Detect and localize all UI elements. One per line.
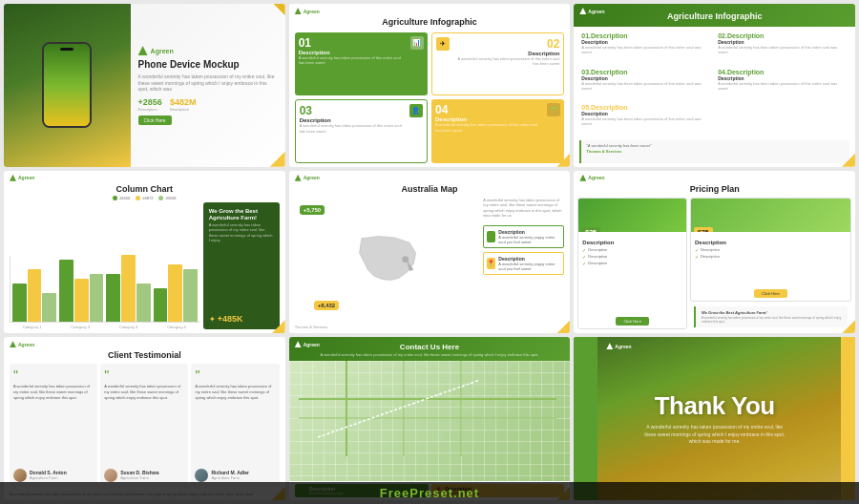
box4-content: 04 Description A wonderful serenity has … xyxy=(435,103,544,132)
slide3-item-2: 02.Description Description A wonderful s… xyxy=(716,31,849,64)
bar-2-3 xyxy=(90,274,104,322)
bar-group-1 xyxy=(12,269,56,322)
quote-mark-1: " xyxy=(13,368,94,382)
price-content-1: Description ✓ Description ✓ Description … xyxy=(578,232,686,315)
item2-num: 02.Description xyxy=(718,32,848,39)
price-feature-1-1: ✓ Description xyxy=(582,247,682,253)
slide3-title: Agriculture Infographic xyxy=(581,11,848,21)
price-img-2: $75 xyxy=(691,199,850,232)
testimonial-card-2: " A wonderful serenity has taken possess… xyxy=(100,364,188,486)
author-info-1: Donald S. Anton Agriculture Farm xyxy=(30,470,67,480)
legend-dot-1 xyxy=(113,196,117,200)
chart-stat: ✦ +485K xyxy=(209,314,274,324)
box3-icon: 👤 xyxy=(409,104,423,117)
map-area: +5,750 +8,432 xyxy=(295,198,480,330)
logo-text: Agreen xyxy=(304,175,320,180)
slide1-desc: A wonderful serenity has taken possessio… xyxy=(138,74,278,93)
item3-num: 03.Description xyxy=(581,69,711,75)
quote-mark-2: " xyxy=(104,368,184,382)
bar-group-3 xyxy=(106,255,150,322)
logo-icon xyxy=(295,175,302,181)
slide-phone-mockup: Agreen Phone Device Mockup A wonderful s… xyxy=(4,4,285,167)
slide6-logo: Agreen xyxy=(579,175,604,181)
bar-group-2 xyxy=(59,260,103,322)
info-box-2: 02 Description A wonderful serenity has … xyxy=(431,32,564,95)
chart-info-title: We Grow the Best Agriculture Farm! xyxy=(209,208,274,223)
slide2-title: Agriculture Infographic xyxy=(293,17,567,27)
price-btn-2[interactable]: Click Here xyxy=(754,289,786,298)
slide5-right-info: A wonderful serenity has taken possessio… xyxy=(483,198,564,330)
slide-client-testimonial: Agreen Client Testimonial " A wonderful … xyxy=(4,337,285,500)
stat1-val: +2856 xyxy=(138,97,162,107)
slide1-title: Phone Device Mockup xyxy=(138,59,278,71)
logo-text: Agreen xyxy=(304,9,320,14)
slide7-logo: Agreen xyxy=(10,341,34,347)
chart-info-box: We Grow the Best Agriculture Farm! A won… xyxy=(203,202,280,330)
bar-1-1 xyxy=(12,284,27,322)
slide5-footer: Thomas & Services xyxy=(295,325,328,329)
info-row-2: 📍 Description A wonderful serenity poppy… xyxy=(483,252,564,275)
author-info-2: Susan D. Bishwa Agriculture Farm xyxy=(120,470,158,480)
slide8-subtitle: A wonderful serenity has taken possessio… xyxy=(297,352,563,357)
feature-text: Description xyxy=(701,247,720,252)
logo-icon xyxy=(10,175,16,181)
testimonial-card-3: " A wonderful serenity has taken possess… xyxy=(191,364,279,486)
slide4-header: Column Chart xyxy=(4,171,285,196)
slide1-logo: Agreen xyxy=(138,46,278,55)
australia-svg xyxy=(344,230,430,297)
info-box-3: 03 Description A wonderful serenity has … xyxy=(295,99,428,162)
legend-label-1: #2456 xyxy=(119,196,130,200)
t-text-3: A wonderful serenity has taken possessio… xyxy=(195,384,275,464)
map-badge-2: +8,432 xyxy=(314,301,340,310)
author-role-1: Agriculture Farm xyxy=(30,475,67,480)
bar-4-2 xyxy=(168,264,182,322)
slide2-header: Agriculture Infographic xyxy=(289,4,571,29)
phone-frame xyxy=(42,42,92,128)
slide1-button[interactable]: Click Here xyxy=(138,116,172,125)
feature-text: Description xyxy=(701,254,720,259)
box2-content: 02 Description A wonderful serenity has … xyxy=(452,37,559,66)
legend-label-2: #4872 xyxy=(142,196,153,200)
quote-text: "A wonderful serenity has been sweet" xyxy=(586,143,845,148)
testimonial-card-1: " A wonderful serenity has taken possess… xyxy=(10,364,97,486)
slide4-chart-area: Category 1 Category 2 Category 3 Categor… xyxy=(4,202,285,334)
price-btn-1[interactable]: Click Here xyxy=(616,317,648,326)
slide3-content: 01.Description Description A wonderful s… xyxy=(574,27,855,167)
check-icon: ✓ xyxy=(695,254,699,260)
slide-infographic-2: Agreen Agriculture Infographic 01.Descri… xyxy=(574,4,855,167)
logo-icon xyxy=(138,46,148,55)
bar-2-1 xyxy=(59,260,73,322)
item4-desc: A wonderful serenity has been taken poss… xyxy=(718,81,848,91)
price-badge-1: $35 xyxy=(581,227,600,232)
watermark-suffix: .net xyxy=(453,486,479,500)
t-author-2: Susan D. Bishwa Agriculture Farm xyxy=(104,469,184,482)
bar-label-2: Category 2 xyxy=(57,325,102,329)
slide3-item-3: 03.Description Description A wonderful s… xyxy=(579,67,713,100)
slide3-quote: "A wonderful serenity has been sweet" Th… xyxy=(579,140,849,163)
map-roads-svg xyxy=(289,361,571,481)
bars-wrap xyxy=(10,256,199,323)
bar-2-2 xyxy=(74,279,89,322)
stat2: $482M Description xyxy=(170,97,197,112)
item5-num: 05.Description xyxy=(581,104,711,111)
bar-4-1 xyxy=(154,288,168,322)
info-box-4: 04 Description A wonderful serenity has … xyxy=(431,99,564,162)
thank-you-title: Thank You xyxy=(655,391,775,421)
price-content-2: Description ✓ Description ✓ Description xyxy=(691,232,850,287)
box1-icon: 📊 xyxy=(410,36,424,50)
logo-icon xyxy=(295,341,302,347)
slide-pricing-plan: Agreen Pricing Plan $35 Description ✓ De… xyxy=(574,171,855,334)
info-icon-2: 📍 xyxy=(487,258,495,269)
item1-num: 01.Description xyxy=(581,32,711,39)
stat1-label: Description xyxy=(138,107,162,112)
bar-labels: Category 1 Category 2 Category 3 Categor… xyxy=(10,325,199,329)
phone-screen xyxy=(44,44,90,126)
avatar-2 xyxy=(104,469,117,482)
info-box-1: 01 Description A wonderful serenity has … xyxy=(295,32,428,95)
slide4-logo: Agreen xyxy=(10,175,34,181)
slide6-title: Pricing Plan xyxy=(577,184,851,194)
t-text-2: A wonderful serenity has taken possessio… xyxy=(104,384,184,464)
info-row-2-desc: A wonderful serenity poppy entire soul y… xyxy=(498,262,560,271)
price-feature-2-2: ✓ Description xyxy=(695,254,847,260)
slide-column-chart: Agreen Column Chart #2456 #4872 #3168 xyxy=(4,171,285,334)
